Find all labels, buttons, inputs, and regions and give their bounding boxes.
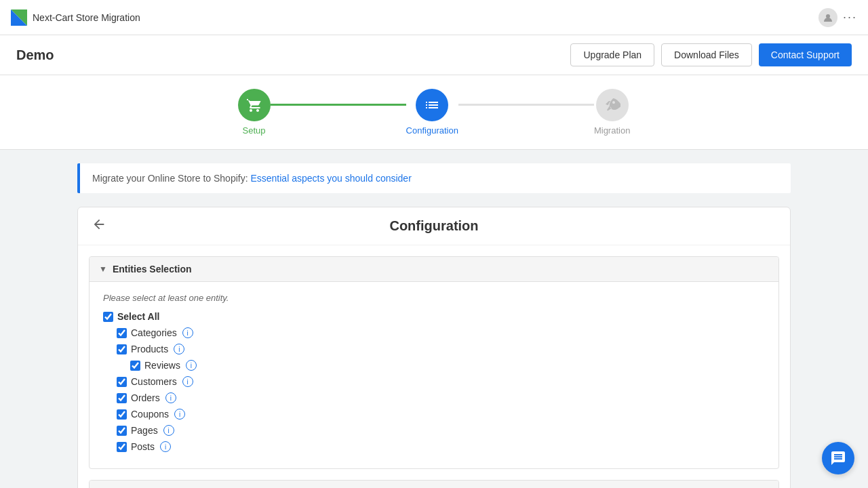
- configuration-card: Configuration ▼ Entities Selection Pleas…: [77, 207, 791, 488]
- info-banner-text: Migrate your Online Store to Shopify:: [92, 173, 248, 184]
- entities-collapse-icon[interactable]: ▼: [99, 264, 107, 274]
- entities-section-body: Please select at least one entity. Selec…: [90, 282, 778, 468]
- entities-section: ▼ Entities Selection Please select at le…: [89, 256, 779, 469]
- contact-support-button[interactable]: Contact Support: [759, 43, 852, 66]
- entities-section-title: Entities Selection: [113, 264, 192, 274]
- checkbox-reviews-label: Reviews: [144, 360, 180, 371]
- step-configuration-circle: [416, 89, 448, 121]
- customers-info-icon[interactable]: i: [182, 376, 193, 387]
- user-icon: [823, 12, 833, 23]
- checkbox-pages-label: Pages: [131, 425, 158, 436]
- step-configuration: Configuration: [406, 89, 458, 136]
- back-btn-wrapper: [89, 214, 109, 238]
- checkbox-products-label: Products: [131, 344, 168, 354]
- step-migration: Migration: [594, 89, 630, 136]
- main-content: Migrate your Online Store to Shopify: Es…: [61, 150, 807, 488]
- checkbox-posts-row: Posts i: [117, 441, 765, 452]
- checkbox-products[interactable]: [117, 344, 127, 354]
- checkbox-pages[interactable]: [117, 426, 127, 436]
- checkbox-products-row: Products i: [117, 344, 765, 354]
- checkbox-reviews[interactable]: [130, 361, 140, 371]
- app-title: Next-Cart Store Migration: [33, 12, 140, 23]
- more-options-icon[interactable]: ···: [843, 10, 857, 24]
- connector-2: [458, 104, 594, 106]
- step-migration-label: Migration: [594, 125, 630, 136]
- checkbox-categories-label: Categories: [131, 327, 177, 338]
- topbar-left: Next-Cart Store Migration: [11, 9, 140, 26]
- back-arrow-icon: [92, 217, 106, 232]
- list-icon: [424, 97, 440, 113]
- additional-options-header: ▼ Additional Options: [90, 481, 778, 488]
- checkbox-customers[interactable]: [117, 377, 127, 387]
- checkbox-coupons[interactable]: [117, 409, 127, 420]
- checkbox-posts-label: Posts: [131, 441, 155, 452]
- step-setup: Setup: [238, 89, 271, 136]
- connector-1: [271, 104, 406, 106]
- user-avatar[interactable]: [818, 8, 837, 27]
- demo-label: Demo: [16, 47, 54, 63]
- back-button[interactable]: [89, 214, 109, 238]
- stepper: Setup Configuration Migration: [0, 75, 868, 150]
- checkbox-orders-label: Orders: [131, 392, 160, 403]
- checkbox-categories[interactable]: [117, 328, 127, 338]
- step-configuration-label: Configuration: [406, 125, 458, 136]
- download-files-button[interactable]: Download Files: [661, 43, 752, 66]
- step-migration-circle: [596, 89, 629, 121]
- stepper-inner: Setup Configuration Migration: [238, 89, 631, 136]
- posts-info-icon[interactable]: i: [160, 441, 171, 452]
- checkbox-posts[interactable]: [117, 442, 127, 452]
- checkbox-categories-row: Categories i: [117, 327, 765, 338]
- checkbox-select-all[interactable]: [103, 312, 113, 322]
- page-header: Demo Upgrade Plan Download Files Contact…: [0, 35, 868, 75]
- additional-options-section: ▼ Additional Options Continue the previo…: [89, 480, 779, 488]
- info-banner: Migrate your Online Store to Shopify: Es…: [77, 163, 791, 193]
- chat-icon: [830, 450, 846, 466]
- categories-info-icon[interactable]: i: [182, 327, 193, 338]
- orders-info-icon[interactable]: i: [165, 392, 176, 403]
- pages-info-icon[interactable]: i: [163, 425, 174, 436]
- checkbox-coupons-row: Coupons i: [117, 409, 765, 420]
- checkbox-select-all-row: Select All: [103, 311, 765, 322]
- topbar: Next-Cart Store Migration ···: [0, 0, 868, 35]
- config-title: Configuration: [389, 218, 478, 234]
- entities-hint: Please select at least one entity.: [103, 293, 765, 303]
- checkbox-customers-label: Customers: [131, 376, 177, 387]
- products-info-icon[interactable]: i: [174, 344, 184, 354]
- step-setup-circle: [238, 89, 271, 121]
- checkbox-orders-row: Orders i: [117, 392, 765, 403]
- upgrade-plan-button[interactable]: Upgrade Plan: [570, 43, 654, 66]
- entities-section-header: ▼ Entities Selection: [90, 257, 778, 282]
- checkbox-coupons-label: Coupons: [131, 409, 169, 420]
- step-setup-label: Setup: [243, 125, 266, 136]
- config-title-wrapper: Configuration: [78, 207, 790, 245]
- cart-icon: [246, 97, 262, 113]
- rocket-icon: [604, 97, 620, 113]
- checkbox-select-all-label: Select All: [117, 311, 160, 322]
- reviews-info-icon[interactable]: i: [186, 360, 197, 371]
- info-banner-link[interactable]: Essential aspects you should consider: [250, 173, 411, 184]
- header-actions: Upgrade Plan Download Files Contact Supp…: [570, 43, 852, 66]
- coupons-info-icon[interactable]: i: [174, 409, 185, 420]
- checkbox-orders[interactable]: [117, 393, 127, 403]
- checkbox-reviews-row: Reviews i: [130, 360, 765, 371]
- checkbox-customers-row: Customers i: [117, 376, 765, 387]
- topbar-right: ···: [818, 8, 857, 27]
- checkbox-pages-row: Pages i: [117, 425, 765, 436]
- support-chat-button[interactable]: [822, 442, 854, 474]
- app-icon: [11, 9, 27, 26]
